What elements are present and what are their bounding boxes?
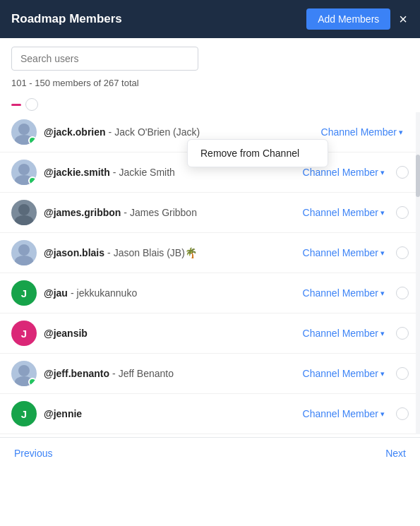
channel-member-label: Channel Member (321, 126, 397, 138)
svg-point-7 (15, 256, 33, 265)
member-info: @jau - jekkukannuko (44, 287, 297, 299)
member-checkbox[interactable] (396, 246, 409, 259)
channel-member-label: Channel Member (303, 247, 378, 258)
table-row: J @jennie Channel Member ▾ (0, 394, 420, 434)
member-info: @james.gribbon - James Gribbon (44, 207, 297, 218)
search-input[interactable] (11, 47, 198, 71)
status-dot (28, 136, 37, 145)
avatar: J (11, 321, 37, 346)
status-dot (28, 378, 37, 386)
svg-point-0 (18, 124, 30, 135)
member-name: Jackie Smith (119, 167, 174, 178)
member-info: @jason.blais - Jason Blais (JB)🌴 (44, 247, 297, 258)
svg-point-2 (18, 164, 30, 175)
member-info: @jack.obrien - Jack O'Brien (Jack) (44, 126, 316, 138)
member-info: @jeff.benanto - Jeff Benanto (44, 368, 297, 379)
channel-member-label: Channel Member (303, 408, 378, 419)
chevron-down-icon: ▾ (380, 249, 385, 258)
avatar (11, 119, 37, 145)
channel-member-label: Channel Member (303, 287, 378, 299)
table-row: J @jeansib Channel Member ▾ (0, 313, 420, 354)
svg-point-5 (15, 215, 33, 225)
channel-member-label: Channel Member (303, 207, 378, 218)
table-row: @jason.blais - Jason Blais (JB)🌴 Channel… (0, 233, 420, 273)
member-checkbox[interactable] (396, 327, 409, 340)
channel-member-button[interactable]: Channel Member ▾ (297, 405, 390, 422)
member-list: @jack.obrien - Jack O'Brien (Jack) Chann… (0, 112, 420, 434)
avatar (11, 361, 37, 386)
channel-member-label: Channel Member (303, 368, 378, 379)
member-handle: @jack.obrien (44, 126, 106, 138)
member-name: Jason Blais (JB)🌴 (114, 247, 197, 258)
channel-member-button[interactable]: Channel Member ▾ (297, 365, 390, 382)
member-checkbox[interactable] (396, 367, 409, 380)
chevron-down-icon: ▾ (380, 329, 385, 338)
chevron-down-icon: ▾ (380, 289, 385, 298)
channel-member-button[interactable]: Channel Member ▾ (297, 285, 390, 301)
header-actions: Add Members × (306, 8, 409, 30)
modal-header: Roadmap Members Add Members × (0, 0, 420, 38)
svg-point-4 (18, 204, 30, 215)
member-checkbox[interactable] (396, 407, 409, 420)
scroll-track[interactable] (416, 112, 420, 434)
member-checkbox[interactable] (396, 206, 409, 219)
member-checkbox[interactable] (396, 166, 409, 179)
dropdown-menu: Remove from Channel (187, 139, 328, 167)
add-members-button[interactable]: Add Members (306, 8, 390, 30)
svg-point-6 (18, 244, 30, 256)
previous-button[interactable]: Previous (14, 448, 52, 459)
table-row: @james.gribbon - James Gribbon Channel M… (0, 193, 420, 233)
chevron-down-icon: ▾ (380, 168, 385, 177)
table-row: @jeff.benanto - Jeff Benanto Channel Mem… (0, 354, 420, 394)
member-handle: @jeff.benanto (44, 368, 109, 379)
member-name: jekkukannuko (77, 287, 138, 299)
avatar (11, 200, 37, 225)
member-count: 101 - 150 members of 267 total (0, 75, 420, 94)
avatar: J (11, 280, 37, 306)
member-handle: @james.gribbon (44, 207, 121, 218)
scroll-thumb[interactable] (416, 155, 420, 197)
member-checkbox[interactable] (396, 287, 409, 299)
channel-member-button[interactable]: Channel Member ▾ (316, 124, 409, 141)
member-name: Jeff Benanto (119, 368, 174, 379)
member-name: Jack O'Brien (Jack) (114, 126, 200, 138)
channel-member-button[interactable]: Channel Member ▾ (297, 244, 390, 261)
search-area (0, 38, 420, 75)
pagination: Previous Next (0, 437, 420, 469)
member-info: @jackie.smith - Jackie Smith (44, 167, 297, 178)
modal-title: Roadmap Members (11, 12, 122, 26)
member-handle: @jackie.smith (44, 167, 110, 178)
member-handle: @jau (44, 287, 68, 299)
table-row: @jack.obrien - Jack O'Brien (Jack) Chann… (0, 112, 420, 153)
remove-from-channel-item[interactable]: Remove from Channel (188, 140, 328, 167)
member-handle: @jeansib (44, 328, 88, 339)
channel-member-button[interactable]: Channel Member ▾ (297, 325, 390, 342)
channel-member-label: Channel Member (303, 167, 378, 178)
member-handle: @jennie (44, 408, 82, 419)
next-button[interactable]: Next (385, 448, 406, 459)
svg-point-8 (18, 365, 30, 376)
close-button[interactable]: × (397, 12, 409, 26)
chevron-down-icon: ▾ (380, 208, 385, 217)
channel-member-button[interactable]: Channel Member ▾ (297, 204, 390, 221)
avatar (11, 240, 37, 265)
loading-row (0, 94, 420, 112)
chevron-down-icon: ▾ (380, 369, 385, 378)
chevron-down-icon: ▾ (399, 128, 403, 137)
table-row: J @jau - jekkukannuko Channel Member ▾ (0, 273, 420, 313)
member-info: @jeansib (44, 328, 297, 339)
member-handle: @jason.blais (44, 247, 104, 258)
avatar (11, 160, 37, 185)
channel-member-label: Channel Member (303, 328, 378, 339)
member-name: James Gribbon (130, 207, 197, 218)
chevron-down-icon: ▾ (380, 410, 385, 419)
status-dot (28, 177, 37, 185)
avatar: J (11, 401, 37, 426)
member-info: @jennie (44, 408, 297, 419)
